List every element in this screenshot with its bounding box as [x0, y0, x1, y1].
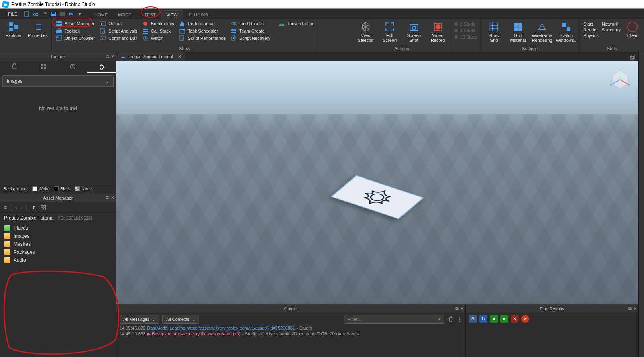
stats-physics[interactable]: Physics: [583, 33, 599, 38]
performance-button[interactable]: Performance: [177, 20, 227, 27]
document-tab[interactable]: ☁ Pretius Zombie Tutorial ✕: [116, 52, 186, 61]
bg-black-option[interactable]: Black: [54, 186, 71, 191]
right-collapsed-panel[interactable]: [638, 52, 644, 357]
toolbox-button[interactable]: Toolbox: [54, 27, 96, 35]
studs-2[interactable]: 2 Studs: [454, 22, 477, 27]
stop-icon[interactable]: [59, 11, 65, 17]
new-icon[interactable]: [24, 11, 30, 17]
output-contexts-dropdown[interactable]: All Contexts⌄: [162, 315, 199, 324]
toolbox-close-icon[interactable]: ✕: [111, 54, 114, 59]
find-results-button[interactable]: Find Results: [229, 20, 272, 27]
close-tab-icon[interactable]: ✕: [178, 54, 181, 59]
toolbox-tab-creations[interactable]: [87, 61, 116, 73]
am-project-name[interactable]: Pretius Zombie Tutorial: [4, 215, 53, 221]
binoculars-icon[interactable]: [33, 11, 39, 17]
bg-white-option[interactable]: White: [32, 186, 50, 191]
qat-dropdown-icon[interactable]: ▾: [77, 11, 83, 17]
team-create-button[interactable]: Team Create: [229, 27, 272, 35]
studs-4[interactable]: 4 Studs: [454, 28, 477, 33]
am-forward-icon[interactable]: ›: [21, 205, 22, 210]
svg-point-42: [412, 26, 416, 30]
am-menu-icon[interactable]: ≡: [4, 205, 7, 210]
properties-button[interactable]: Properties: [26, 20, 49, 52]
find-refresh-icon[interactable]: ↻: [479, 315, 487, 323]
tab-home[interactable]: HOME: [90, 11, 112, 19]
find-undock-icon[interactable]: ⧉: [628, 306, 632, 311]
stats-network[interactable]: Network: [602, 22, 621, 27]
find-close-icon[interactable]: ✕: [633, 306, 637, 311]
output-filter-input[interactable]: Filter...▾: [344, 315, 444, 324]
terrain-editor-button[interactable]: Terrain Editor: [277, 20, 315, 27]
tab-model[interactable]: MODEL: [113, 11, 139, 19]
view-gizmo[interactable]: [607, 67, 633, 92]
file-menu[interactable]: FILE: [4, 12, 21, 16]
output-button[interactable]: Output: [98, 20, 139, 27]
toolbox-tab-inventory[interactable]: [29, 61, 58, 73]
explorer-button[interactable]: Explorer: [2, 20, 25, 52]
find-binoculars-icon[interactable]: 👁: [469, 315, 477, 323]
am-folder-places[interactable]: Places: [4, 224, 112, 232]
studs-16[interactable]: 16 Studs: [454, 35, 477, 39]
clear-button[interactable]: Clear: [623, 20, 642, 45]
stats-summary[interactable]: Summary: [602, 27, 621, 32]
toolbox-background-row: Background: White Black None: [0, 184, 116, 194]
switch-windows-button[interactable]: Switch Windows..: [555, 20, 577, 45]
breakpoints-button[interactable]: Breakpoints: [141, 20, 176, 27]
script-analysis-button[interactable]: Script Analysis: [98, 27, 139, 35]
viewport-3d[interactable]: [116, 61, 638, 304]
output-messages-label: All Messages: [123, 317, 149, 322]
find-clear-icon[interactable]: ✕: [511, 315, 519, 323]
call-stack-button[interactable]: Call Stack: [141, 27, 176, 35]
command-bar-label: Command Bar: [108, 36, 137, 41]
video-record-button[interactable]: Video Record: [427, 20, 449, 45]
undo-icon[interactable]: [68, 11, 74, 17]
object-browser-button[interactable]: Object Browser: [54, 35, 96, 42]
am-upload-icon[interactable]: [31, 205, 37, 210]
popout-icon[interactable]: [629, 54, 636, 61]
output-undock-icon[interactable]: ⧉: [455, 306, 459, 311]
output-more-icon[interactable]: ⋮: [457, 316, 462, 322]
show-grid-label: Show Grid: [488, 33, 499, 43]
toolbox-undock-icon[interactable]: ⧉: [106, 54, 109, 59]
find-stop-icon[interactable]: ✕: [521, 315, 529, 323]
output-clear-icon[interactable]: [448, 316, 454, 322]
am-grid-icon[interactable]: [41, 205, 46, 210]
bg-none-option[interactable]: None: [75, 186, 92, 191]
toolbox-tab-marketplace[interactable]: [0, 61, 29, 73]
am-folder-meshes[interactable]: Meshes: [4, 240, 112, 248]
show-grid-button[interactable]: Show Grid: [483, 20, 505, 45]
save-icon[interactable]: [50, 11, 57, 17]
tab-test[interactable]: TEST: [139, 11, 160, 19]
script-recovery-button[interactable]: Script Recovery: [229, 35, 272, 42]
am-folder-images[interactable]: Images: [4, 232, 112, 240]
am-undock-icon[interactable]: ⧉: [106, 195, 109, 200]
command-bar-button[interactable]: >_Command Bar: [98, 35, 139, 42]
task-scheduler-button[interactable]: Task Scheduler: [177, 27, 227, 35]
svg-rect-50: [567, 27, 570, 31]
toolbox-tab-recent[interactable]: [58, 61, 87, 73]
svg-rect-19: [56, 30, 62, 33]
watch-button[interactable]: Watch: [141, 35, 176, 42]
view-selector-button[interactable]: View Selector: [355, 20, 377, 45]
am-close-icon[interactable]: ✕: [111, 195, 114, 200]
stats-render[interactable]: Render: [583, 27, 599, 32]
script-performance-button[interactable]: Script Performance: [177, 35, 227, 42]
redo-icon[interactable]: [41, 11, 48, 17]
log-expand-icon[interactable]: ▶: [147, 331, 150, 337]
full-screen-button[interactable]: Full Screen: [379, 20, 401, 45]
toolbox-category-dropdown[interactable]: Images ⌄: [2, 75, 114, 87]
output-messages-dropdown[interactable]: All Messages⌄: [120, 315, 159, 324]
asset-manager-button[interactable]: Asset Manager: [54, 20, 96, 27]
grid-material-button[interactable]: Grid Material: [507, 20, 529, 45]
screen-shot-button[interactable]: Screen Shot: [403, 20, 425, 45]
stats-stats[interactable]: Stats: [583, 22, 599, 27]
find-next-icon[interactable]: ►: [500, 315, 508, 323]
am-back-icon[interactable]: ‹: [15, 205, 17, 210]
wireframe-button[interactable]: Wireframe Rendering: [531, 20, 553, 45]
find-prev-icon[interactable]: ◄: [490, 315, 498, 323]
output-close-icon[interactable]: ✕: [460, 306, 464, 311]
tab-plugins[interactable]: PLUGINS: [184, 11, 213, 19]
am-folder-packages[interactable]: Packages: [4, 248, 112, 256]
am-folder-audio[interactable]: Audio: [4, 256, 112, 264]
tab-view[interactable]: VIEW: [161, 10, 183, 19]
